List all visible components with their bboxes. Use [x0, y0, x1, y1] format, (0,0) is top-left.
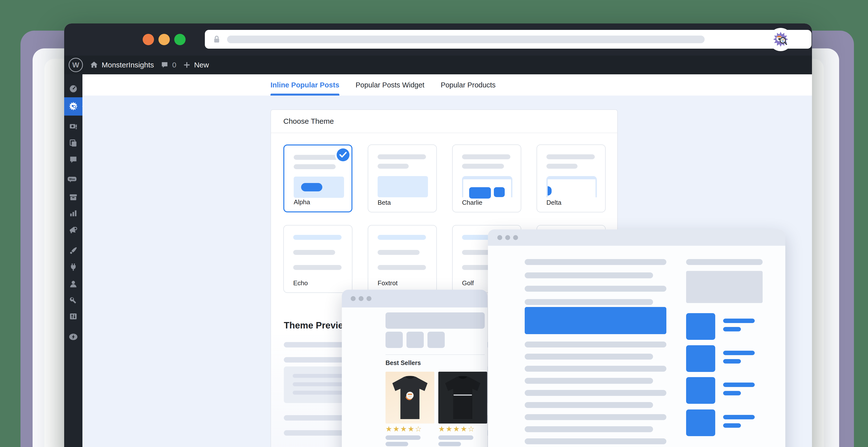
- sidebar-image-skeleton: [686, 271, 763, 303]
- theme-card-alpha[interactable]: Alpha: [283, 145, 352, 212]
- popular-post-thumb[interactable]: [686, 377, 715, 404]
- avatar[interactable]: [769, 28, 792, 51]
- users-icon[interactable]: [69, 279, 78, 289]
- text-skeleton: [525, 426, 653, 432]
- woocommerce-icon[interactable]: Woo: [67, 175, 79, 184]
- theme-label: Golf: [462, 279, 474, 287]
- admin-content: Inline Popular Posts Popular Posts Widge…: [83, 74, 812, 447]
- text-skeleton: [525, 438, 666, 444]
- traffic-light-close[interactable]: [143, 34, 154, 45]
- analytics-icon[interactable]: [69, 208, 78, 218]
- traffic-light-minimize[interactable]: [158, 34, 170, 45]
- settings-icon[interactable]: [69, 312, 78, 321]
- popular-post-meta-bar: [723, 391, 741, 395]
- divider: [385, 354, 485, 355]
- site-name: MonsterInsights: [102, 61, 154, 69]
- thumb-skeleton: [428, 332, 445, 348]
- sidebar-heading-skeleton: [686, 259, 763, 265]
- theme-label: Alpha: [294, 198, 310, 206]
- popular-post-meta-bar: [723, 327, 741, 331]
- thumb-skeleton: [406, 332, 424, 348]
- admin-bar-comments[interactable]: 0: [160, 56, 177, 74]
- monsterinsights-icon[interactable]: [69, 101, 78, 111]
- popular-post-meta-bar: [723, 359, 741, 363]
- page-area: Choose Theme Alpha: [83, 96, 812, 447]
- theme-card-echo[interactable]: Echo: [283, 225, 352, 293]
- text-skeleton: [525, 354, 653, 360]
- popular-post-meta-bar: [723, 423, 741, 428]
- admin-bar-site[interactable]: MonsterInsights: [89, 56, 154, 74]
- theme-card-charlie[interactable]: Charlie: [452, 145, 521, 212]
- appearance-icon[interactable]: [69, 246, 78, 256]
- text-skeleton: [525, 259, 666, 265]
- lock-icon: [212, 34, 222, 44]
- admin-bar-new[interactable]: New: [183, 56, 209, 74]
- product-image-light-tee[interactable]: [385, 372, 434, 423]
- shop-preview-window: Best Sellers: [342, 290, 488, 447]
- text-skeleton: [525, 272, 653, 278]
- traffic-light-maximize[interactable]: [174, 34, 186, 45]
- svg-text:Woo: Woo: [69, 178, 75, 181]
- theme-thumb-button: [469, 187, 491, 199]
- performance-icon[interactable]: [69, 332, 78, 341]
- admin-body: Woo: [64, 74, 812, 447]
- address-bar[interactable]: [205, 30, 811, 49]
- star-rating: ★★★★☆: [385, 424, 422, 433]
- marketing-icon[interactable]: [69, 225, 78, 235]
- plugins-icon[interactable]: [69, 263, 78, 272]
- selected-check-icon: [337, 148, 349, 161]
- tools-icon[interactable]: [69, 295, 78, 305]
- popular-post-title-bar: [723, 415, 755, 419]
- product-title-skeleton: [438, 436, 473, 440]
- blog-preview-window: [488, 230, 785, 447]
- pages-icon[interactable]: [69, 138, 78, 148]
- product-price-skeleton: [385, 442, 408, 446]
- browser-chrome: [64, 24, 812, 56]
- tab-popular-products[interactable]: Popular Products: [441, 74, 496, 96]
- new-label: New: [194, 61, 209, 69]
- inline-popular-posts-unit[interactable]: [525, 307, 666, 334]
- theme-label: Charlie: [462, 199, 482, 206]
- tab-popular-posts-widget[interactable]: Popular Posts Widget: [355, 74, 425, 96]
- tab-strip: Inline Popular Posts Popular Posts Widge…: [83, 74, 812, 96]
- wp-sidebar: Woo: [64, 74, 83, 447]
- dashboard-icon[interactable]: [69, 84, 78, 93]
- text-skeleton: [525, 286, 666, 292]
- text-skeleton: [525, 390, 666, 396]
- theme-thumb-pill: [548, 186, 552, 196]
- comments-icon[interactable]: [69, 155, 78, 165]
- theme-card-delta[interactable]: Delta: [536, 145, 606, 212]
- text-skeleton: [525, 402, 653, 408]
- best-sellers-heading: Best Sellers: [385, 359, 421, 366]
- theme-thumb-button: [301, 183, 322, 191]
- window-titlebar: [342, 290, 488, 307]
- window-titlebar: [488, 230, 785, 246]
- wp-admin-bar: W MonsterInsights 0: [64, 56, 812, 74]
- theme-label: Delta: [547, 199, 561, 206]
- theme-label: Beta: [378, 199, 391, 206]
- popular-post-thumb[interactable]: [686, 313, 715, 340]
- text-skeleton: [525, 378, 653, 384]
- browser-window: W MonsterInsights 0: [64, 24, 812, 447]
- theme-card-foxtrot[interactable]: Foxtrot: [368, 225, 437, 293]
- panel-title: Choose Theme: [271, 110, 617, 133]
- theme-label: Echo: [293, 279, 308, 287]
- tab-inline-popular-posts[interactable]: Inline Popular Posts: [271, 74, 339, 96]
- popular-post-thumb[interactable]: [686, 410, 715, 436]
- wordpress-logo-icon[interactable]: W: [69, 58, 83, 72]
- popular-post-title-bar: [723, 351, 755, 355]
- archive-icon[interactable]: [69, 192, 78, 202]
- popular-post-title-bar: [723, 319, 755, 323]
- text-skeleton: [525, 414, 666, 420]
- theme-card-beta[interactable]: Beta: [368, 145, 437, 212]
- monster-mascot-icon: [773, 31, 789, 48]
- screenshot-stage: W MonsterInsights 0: [0, 0, 868, 447]
- product-image-dark-tee[interactable]: [438, 372, 487, 423]
- text-skeleton: [525, 366, 666, 372]
- popular-post-thumb[interactable]: [686, 345, 715, 372]
- url-text[interactable]: [227, 35, 705, 43]
- theme-label: Foxtrot: [378, 279, 398, 287]
- hero-skeleton: [385, 312, 485, 329]
- media-icon[interactable]: [69, 122, 78, 131]
- popular-post-title-bar: [723, 383, 755, 387]
